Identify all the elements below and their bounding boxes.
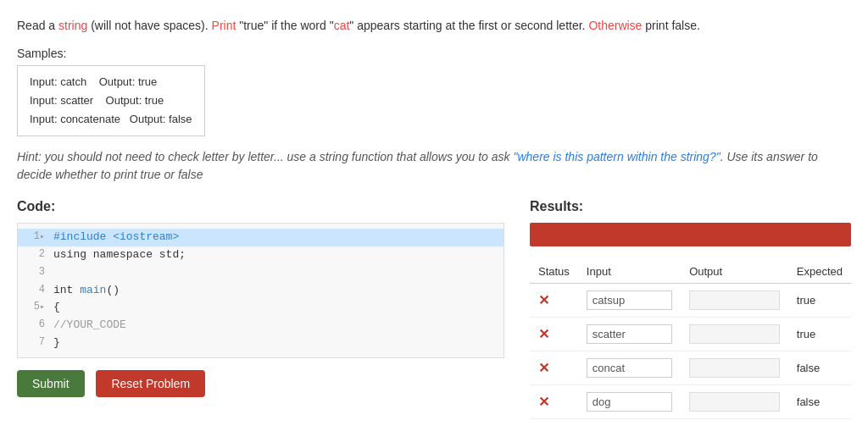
sample-output-2: Output: true <box>106 94 164 107</box>
sample-input-1: Input: catch <box>30 75 86 88</box>
input-cell-4[interactable] <box>578 385 681 419</box>
input-field-3[interactable] <box>587 358 672 378</box>
sample-output-1: Output: true <box>99 75 158 88</box>
output-cell-2 <box>681 318 788 351</box>
code-line-4: 4 int main() <box>18 282 504 300</box>
button-group: Submit Reset Problem <box>17 370 504 404</box>
input-cell-2[interactable] <box>578 318 681 351</box>
code-line-6: 6 //YOUR_CODE <box>18 317 504 335</box>
input-cell-3[interactable] <box>578 351 681 385</box>
table-row: ✕ true <box>530 284 851 318</box>
otherwise-highlight: Otherwise <box>588 19 642 32</box>
hint: Hint: you should not need to check lette… <box>17 148 851 184</box>
output-field-3 <box>689 358 780 378</box>
sample-row-1: Input: catch Output: true <box>30 73 192 91</box>
output-cell-4 <box>681 385 788 419</box>
right-panel: Results: Status Input Output Expected ✕ … <box>530 199 851 419</box>
code-line-1: 1▸ #include <iostream> <box>18 229 504 246</box>
cat-highlight: cat <box>334 19 350 32</box>
code-line-7: 7 } <box>18 335 504 352</box>
sample-input-2: Input: scatter <box>30 94 93 107</box>
code-line-5: 5▸ { <box>18 299 504 317</box>
col-input: Input <box>578 260 681 284</box>
code-title: Code: <box>17 199 504 214</box>
results-error-bar <box>530 223 851 246</box>
reset-button[interactable]: Reset Problem <box>96 370 205 397</box>
status-cell-2: ✕ <box>530 318 578 351</box>
string-highlight: string <box>58 19 87 32</box>
status-cell-1: ✕ <box>530 284 578 318</box>
status-cell-3: ✕ <box>530 351 578 385</box>
left-panel: Code: 1▸ #include <iostream> 2 using nam… <box>17 199 504 419</box>
output-field-1 <box>689 290 780 310</box>
sample-input-3: Input: concatenate <box>30 113 120 125</box>
expected-cell-4: false <box>788 385 851 419</box>
input-cell-1[interactable] <box>578 284 681 318</box>
sample-row-2: Input: scatter Output: true <box>30 91 192 110</box>
output-field-2 <box>689 324 780 344</box>
output-cell-3 <box>681 351 788 385</box>
sample-row-3: Input: concatenate Output: false <box>30 110 192 129</box>
table-row: ✕ false <box>530 385 851 419</box>
description: Read a string (will not have spaces). Pr… <box>17 17 851 35</box>
status-cell-4: ✕ <box>530 385 578 419</box>
code-line-3: 3 <box>18 264 504 282</box>
input-field-4[interactable] <box>587 392 672 412</box>
code-editor[interactable]: 1▸ #include <iostream> 2 using namespace… <box>17 223 504 358</box>
expected-cell-1: true <box>788 284 851 318</box>
submit-button[interactable]: Submit <box>17 370 85 397</box>
table-row: ✕ true <box>530 318 851 351</box>
sample-output-3: Output: false <box>130 113 192 125</box>
output-field-4 <box>689 392 780 412</box>
expected-cell-2: true <box>788 318 851 351</box>
input-field-2[interactable] <box>587 324 672 344</box>
results-title: Results: <box>530 199 851 214</box>
hint-highlight: "where is this pattern within the string… <box>513 150 720 163</box>
input-field-1[interactable] <box>587 290 672 310</box>
col-expected: Expected <box>788 260 851 284</box>
print-highlight: Print <box>212 19 236 32</box>
col-output: Output <box>681 260 788 284</box>
results-table: Status Input Output Expected ✕ true ✕ <box>530 260 851 419</box>
col-status: Status <box>530 260 578 284</box>
code-line-2: 2 using namespace std; <box>18 246 504 264</box>
output-cell-1 <box>681 284 788 318</box>
samples-label: Samples: <box>17 47 851 60</box>
samples-box: Input: catch Output: true Input: scatter… <box>17 65 205 136</box>
expected-cell-3: false <box>788 351 851 385</box>
table-row: ✕ false <box>530 351 851 385</box>
table-header-row: Status Input Output Expected <box>530 260 851 284</box>
